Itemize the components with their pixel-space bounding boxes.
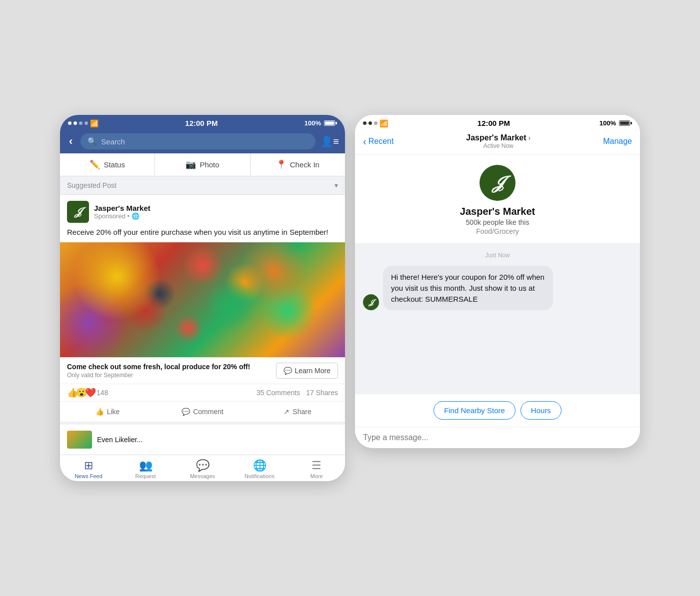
status-icon: ✏️ [90, 159, 100, 170]
msg-signal-3 [374, 121, 378, 125]
msg-timestamp: Just Now [485, 252, 510, 259]
msg-manage-button[interactable]: Manage [603, 137, 632, 146]
comment-icon: 💬 [182, 408, 190, 416]
comments-count[interactable]: 35 Comments [256, 389, 300, 397]
fb-profile-icon[interactable]: 👤≡ [320, 135, 339, 147]
post-reactions: 👍 😮 ❤️ 148 35 Comments 17 Shares [60, 384, 345, 401]
signal-dot-3 [79, 121, 82, 125]
nav-messages[interactable]: 💬 Messages [174, 459, 231, 479]
comment-action[interactable]: 💬 Comment [155, 404, 250, 420]
wifi-icon: 📶 [90, 119, 98, 127]
fb-search-bar[interactable]: 🔍 Search [80, 133, 316, 149]
bubble-avatar-logo: 𝒥 [369, 298, 373, 307]
msg-battery-percent: 100% [600, 119, 616, 127]
post-page-name[interactable]: Jasper's Market [94, 204, 150, 212]
find-nearby-store-button[interactable]: Find Nearby Store [434, 401, 516, 420]
request-label: Request [136, 473, 156, 479]
hours-button[interactable]: Hours [520, 401, 562, 420]
fb-status-bar: 📶 12:00 PM 100% [60, 115, 345, 129]
msg-conversation: Just Now 𝒥 Hi there! Here's your coupon … [355, 244, 640, 394]
photo-action[interactable]: 📷 Photo [155, 153, 250, 176]
signal-dot-2 [74, 121, 77, 125]
like-icon: 👍 [96, 408, 104, 416]
share-action[interactable]: ↗ Share [250, 404, 345, 420]
messenger-icon: 💬 [284, 367, 292, 375]
suggested-post-label: Suggested Post [67, 181, 116, 189]
signal-dot-4 [84, 121, 88, 125]
photo-icon: 📷 [186, 159, 196, 170]
post-cta-subtitle: Only valid for September [67, 372, 250, 379]
suggested-post-chevron: ▾ [334, 181, 338, 189]
fb-battery-percent: 100% [304, 119, 321, 127]
post-card: 𝒥 Jasper's Market Sponsored • 🌐 Receive … [60, 195, 345, 422]
shares-count[interactable]: 17 Shares [306, 389, 338, 397]
post-cta: Come check out some fresh, local produce… [60, 357, 345, 384]
msg-page-name[interactable]: Jasper's Market › [466, 133, 530, 142]
post-sponsored: Sponsored • 🌐 [94, 212, 150, 220]
fb-battery-icon [324, 120, 337, 126]
msg-quick-replies: Find Nearby Store Hours [355, 394, 640, 427]
back-chevron-icon: ‹ [363, 136, 366, 147]
msg-profile-name: Jasper's Market [460, 206, 535, 217]
post-cta-title: Come check out some fresh, local produce… [67, 363, 250, 371]
nav-news-feed[interactable]: ⊞ News Feed [60, 459, 117, 479]
fb-time: 12:00 PM [185, 119, 218, 127]
msg-profile-category: Food/Grocery [476, 227, 519, 235]
facebook-phone: 📶 12:00 PM 100% ‹ 🔍 Search 👤≡ ✏️ [60, 115, 345, 481]
news-feed-icon: ⊞ [84, 459, 93, 472]
msg-bubble: Hi there! Here's your coupon for 20% off… [383, 266, 553, 310]
reactions-left: 👍 😮 ❤️ 148 [67, 387, 108, 398]
fb-bottom-nav: ⊞ News Feed 👥 Request 💬 Messages 🌐 Notif… [60, 455, 345, 481]
messenger-phone: 📶 12:00 PM 100% ‹ Recent Jasper's Market… [355, 115, 640, 448]
msg-back-button[interactable]: ‹ Recent [363, 136, 394, 147]
msg-bubble-row: 𝒥 Hi there! Here's your coupon for 20% o… [363, 266, 632, 310]
nav-notifications[interactable]: 🌐 Notifications [231, 459, 288, 479]
notifications-label: Notifications [244, 473, 274, 479]
more-label: More [310, 473, 322, 479]
learn-more-label: Learn More [294, 367, 330, 375]
post-cta-text: Come check out some fresh, local produce… [67, 363, 250, 379]
msg-page-avatar: 𝒥 [480, 165, 516, 201]
post-avatar-logo: 𝒥 [75, 205, 81, 218]
next-post-thumb [67, 431, 92, 449]
share-icon: ↗ [284, 408, 290, 416]
reactions-right: 35 Comments 17 Shares [256, 389, 338, 397]
msg-active-status: Active Now [466, 142, 530, 149]
messages-label: Messages [190, 473, 215, 479]
fruit-image-overlay [60, 242, 345, 357]
post-image [60, 242, 345, 357]
like-label: Like [107, 408, 120, 416]
nav-request[interactable]: 👥 Request [117, 459, 174, 479]
learn-more-button[interactable]: 💬 Learn More [276, 363, 338, 379]
search-icon: 🔍 [88, 137, 97, 146]
msg-profile-likes: 500k people like this [466, 218, 530, 226]
signal-dot-1 [68, 121, 72, 125]
msg-signal-1 [363, 121, 366, 125]
fb-navbar: ‹ 🔍 Search 👤≡ [60, 129, 345, 153]
post-header: 𝒥 Jasper's Market Sponsored • 🌐 [60, 195, 345, 227]
msg-signal-2 [368, 121, 372, 125]
reaction-emojis: 👍 😮 ❤️ [67, 387, 94, 398]
checkin-icon: 📍 [276, 159, 286, 170]
more-icon: ☰ [312, 459, 322, 472]
like-action[interactable]: 👍 Like [60, 404, 155, 420]
msg-avatar-logo: 𝒥 [493, 172, 502, 193]
checkin-label: Check In [290, 160, 320, 169]
search-placeholder: Search [101, 137, 125, 146]
reactions-count: 148 [96, 389, 108, 397]
msg-name-chevron: › [528, 134, 531, 142]
fb-action-bar: ✏️ Status 📷 Photo 📍 Check In [60, 153, 345, 176]
post-actions: 👍 Like 💬 Comment ↗ Share [60, 401, 345, 422]
msg-status-left: 📶 [363, 119, 388, 127]
msg-back-label: Recent [368, 137, 394, 146]
msg-status-right: 100% [600, 119, 632, 127]
status-action[interactable]: ✏️ Status [60, 153, 155, 176]
news-feed-label: News Feed [74, 473, 102, 479]
msg-input-field[interactable] [363, 433, 632, 442]
checkin-action[interactable]: 📍 Check In [250, 153, 345, 176]
nav-more[interactable]: ☰ More [288, 459, 345, 479]
comment-label: Comment [193, 408, 224, 416]
next-post-text: Even Likelier... [97, 436, 142, 444]
fb-back-button[interactable]: ‹ [66, 135, 76, 148]
notifications-icon: 🌐 [253, 459, 266, 472]
